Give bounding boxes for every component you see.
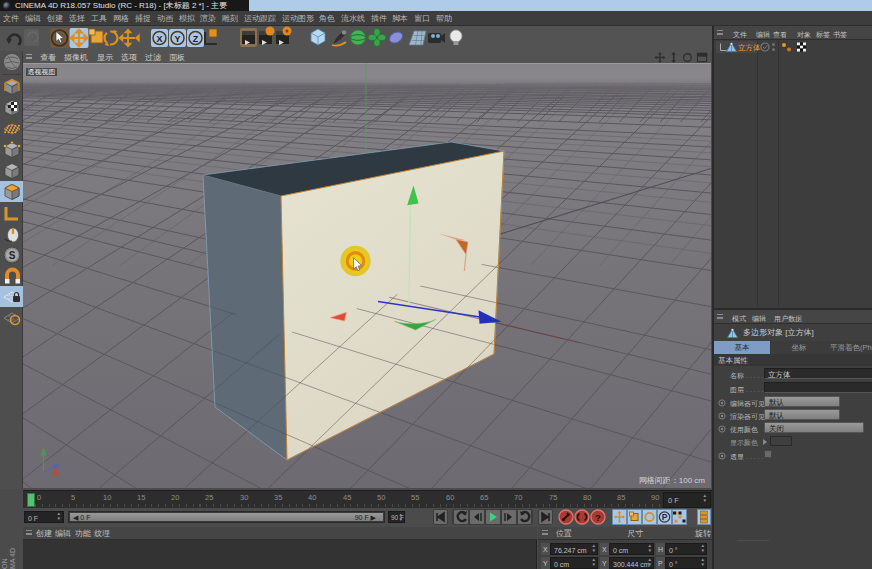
svg-text:S: S <box>9 250 16 261</box>
svg-text:Y: Y <box>174 34 180 44</box>
svg-text:Z: Z <box>193 34 199 44</box>
svg-text:?: ? <box>595 512 601 523</box>
svg-text:P: P <box>662 512 668 522</box>
svg-text:X: X <box>156 34 162 44</box>
